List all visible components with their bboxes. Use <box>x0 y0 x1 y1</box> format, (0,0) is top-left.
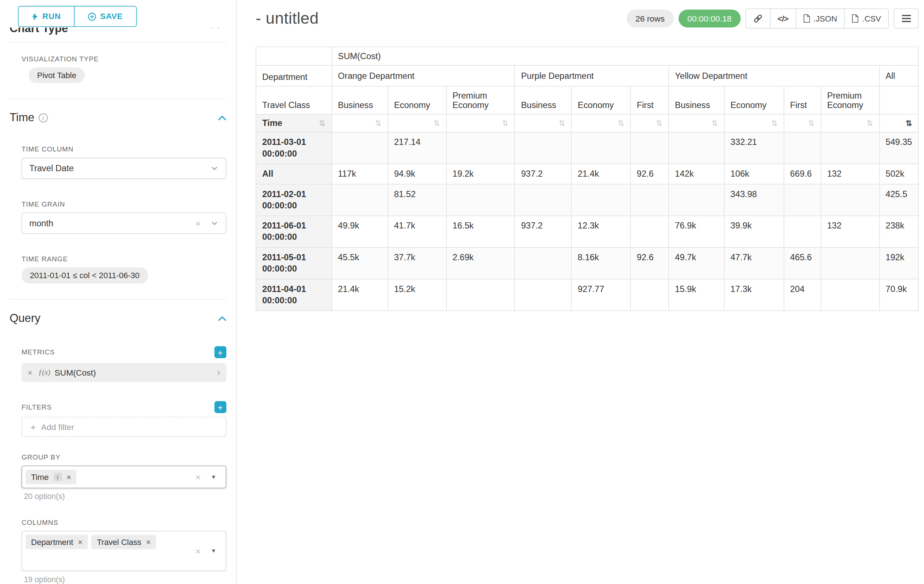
pivot-cell: 12.3k <box>572 216 631 247</box>
pivot-sort-cell: ⇅ <box>630 114 668 132</box>
pivot-table-container: SUM(Cost)DepartmentOrange DepartmentPurp… <box>256 47 919 311</box>
dropdown-arrow-icon[interactable]: ▼ <box>211 548 216 554</box>
pivot-cell: 39.9k <box>724 216 784 247</box>
pivot-cell <box>515 184 571 216</box>
time-column-label: TIME COLUMN <box>21 146 226 153</box>
pivot-sort-cell: ⇅ <box>572 114 631 132</box>
pivot-sort-cell: ⇅ <box>388 114 446 132</box>
control-panel: RUN SAVE ·· Chart Type VISUALIZATION TYP… <box>0 0 237 584</box>
info-icon[interactable]: i <box>39 113 48 122</box>
row-count-badge: 26 rows <box>626 10 673 27</box>
query-timer-badge: 00:00:00.18 <box>678 10 740 27</box>
run-button-label: RUN <box>42 12 61 21</box>
plus-icon: + <box>30 421 35 432</box>
info-icon[interactable]: i <box>53 473 62 481</box>
run-button[interactable]: RUN <box>18 6 74 26</box>
hamburger-icon <box>902 15 911 16</box>
chevron-up-icon[interactable] <box>218 315 226 321</box>
remove-tag-icon[interactable]: × <box>78 538 82 547</box>
time-grain-select[interactable]: month × <box>21 212 226 234</box>
columns-options-hint: 19 option(s) <box>24 575 226 584</box>
sort-icon[interactable]: ⇅ <box>867 118 873 128</box>
time-column-select[interactable]: Travel Date <box>21 158 226 179</box>
embed-code-button[interactable]: </> <box>770 8 796 29</box>
visualization-type-label: VISUALIZATION TYPE <box>21 56 226 63</box>
pivot-department-row: DepartmentOrange DepartmentPurple Depart… <box>256 65 919 86</box>
add-metric-button[interactable]: + <box>214 346 226 359</box>
clear-all-icon[interactable]: × <box>195 546 201 556</box>
save-button[interactable]: SAVE <box>74 6 136 26</box>
sort-icon[interactable]: ⇅ <box>319 118 325 128</box>
sort-icon[interactable]: ⇅ <box>502 118 508 128</box>
sort-icon[interactable]: ⇅ <box>906 118 912 128</box>
pivot-cell <box>821 279 879 311</box>
pivot-cell: 21.4k <box>332 279 388 311</box>
clear-icon[interactable]: × <box>195 218 201 229</box>
add-filter-plus-button[interactable]: + <box>214 401 226 413</box>
pivot-cell <box>630 184 668 216</box>
chart-title[interactable]: - untitled <box>256 9 319 28</box>
pivot-cell <box>821 132 879 164</box>
pivot-time-header: ⇅Time <box>256 114 332 132</box>
filters-label-row: FILTERS + <box>21 401 226 413</box>
sort-icon[interactable]: ⇅ <box>808 118 814 128</box>
clear-all-icon[interactable]: × <box>195 472 201 482</box>
pivot-cell <box>332 184 388 216</box>
add-filter-box[interactable]: + Add filter <box>21 417 226 437</box>
sort-icon[interactable]: ⇅ <box>656 118 663 128</box>
menu-button[interactable] <box>894 8 919 29</box>
metric-pill[interactable]: × ƒ(x) SUM(Cost) › <box>21 363 226 382</box>
time-range-pill[interactable]: 2011-01-01 ≤ col < 2011-06-30 <box>21 268 148 284</box>
query-section-header[interactable]: Query <box>10 312 226 325</box>
remove-metric-icon[interactable]: × <box>21 368 38 377</box>
sort-icon[interactable]: ⇅ <box>559 118 565 128</box>
pivot-department-header: Purple Department <box>515 65 668 86</box>
remove-tag-icon[interactable]: × <box>146 538 150 547</box>
link-icon <box>753 14 762 23</box>
pivot-cell: 549.35 <box>879 132 919 164</box>
code-icon: </> <box>777 14 788 23</box>
chart-type-section-heading: Chart Type <box>10 27 226 38</box>
pivot-cell: 669.6 <box>784 163 821 184</box>
sort-icon[interactable]: ⇅ <box>711 118 718 128</box>
copy-link-button[interactable] <box>746 8 771 29</box>
export-csv-button[interactable]: .CSV <box>845 8 889 29</box>
pivot-class-header: Economy <box>572 86 631 114</box>
group-by-select[interactable]: Time i × × ▼ <box>21 466 226 489</box>
pivot-class-header: Economy <box>724 86 784 114</box>
metric-label: SUM(Cost) <box>54 368 96 377</box>
pivot-class-header: First <box>630 86 668 114</box>
query-section-title: Query <box>10 312 41 325</box>
run-save-bar: RUN SAVE ·· <box>0 0 236 27</box>
sort-icon[interactable]: ⇅ <box>617 118 624 128</box>
pivot-sort-cell: ⇅ <box>821 114 879 132</box>
visualization-type-pill[interactable]: Pivot Table <box>29 67 85 83</box>
sort-icon[interactable]: ⇅ <box>375 118 382 128</box>
pivot-cell: 16.5k <box>446 216 515 247</box>
pivot-cell: 142k <box>669 163 724 184</box>
sort-icon[interactable]: ⇅ <box>771 118 777 128</box>
clipped-scroll-dots: ·· <box>211 21 223 32</box>
pivot-metric-row: SUM(Cost) <box>256 47 919 65</box>
time-section-header[interactable]: Time i <box>10 111 226 124</box>
pivot-all-header: All <box>879 65 919 86</box>
chevron-right-icon[interactable]: › <box>211 363 226 382</box>
columns-tag: Department × <box>26 535 87 549</box>
dropdown-arrow-icon[interactable]: ▼ <box>211 474 216 480</box>
sort-icon[interactable]: ⇅ <box>434 118 440 128</box>
pivot-cell: 425.5 <box>879 184 919 216</box>
pivot-sort-cell: ⇅ <box>784 114 821 132</box>
pivot-class-header: Premium Economy <box>446 86 515 114</box>
chevron-up-icon[interactable] <box>218 115 226 120</box>
pivot-data-row: All117k94.9k19.2k937.221.4k92.6142k106k6… <box>256 163 919 184</box>
pivot-cell: 92.6 <box>630 247 668 279</box>
pivot-data-row: 2011-02-01 00:00:0081.52343.98425.5 <box>256 184 919 216</box>
pivot-class-header: Business <box>669 86 724 114</box>
pivot-metric-header: SUM(Cost) <box>332 47 918 65</box>
columns-select[interactable]: Department × Travel Class × × ▼ <box>21 531 226 571</box>
export-json-button[interactable]: .JSON <box>795 8 845 29</box>
pivot-cell: 343.98 <box>724 184 784 216</box>
save-button-label: SAVE <box>100 12 123 21</box>
remove-tag-icon[interactable]: × <box>66 472 71 482</box>
pivot-cell: 132 <box>821 163 879 184</box>
